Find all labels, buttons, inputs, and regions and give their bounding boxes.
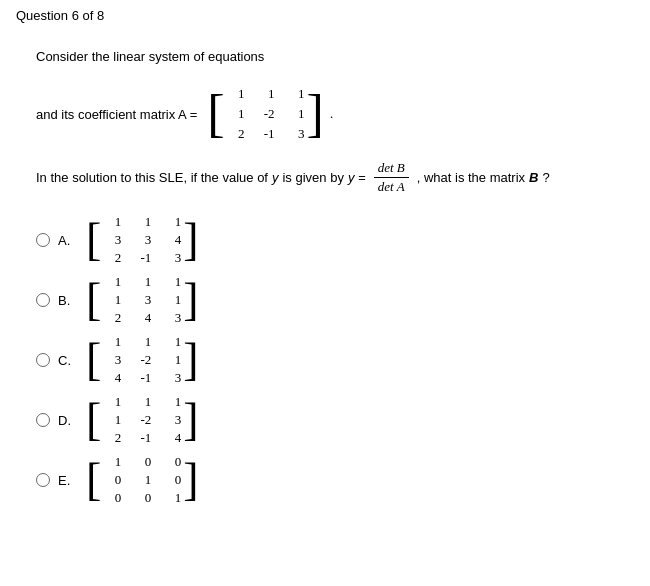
matrix-cell: 0	[103, 489, 121, 507]
intro-text: Consider the linear system of equations	[36, 49, 264, 64]
matrix-cell: -1	[133, 249, 151, 267]
var-y2: y =	[348, 170, 366, 185]
matrix-cell: 1	[163, 291, 181, 309]
matrix-cell: 1	[163, 213, 181, 231]
matrix-cell: 4	[163, 231, 181, 249]
matrix-cell: 1	[133, 213, 151, 231]
matrix-cell: 2	[103, 309, 121, 327]
option-matrix-a: [1113342-13]	[86, 213, 199, 267]
bracket-right: ]	[183, 457, 198, 503]
matrix-cell: 1	[227, 84, 245, 104]
matrix-cell: 1	[103, 411, 121, 429]
option-matrix-c: [1113-214-13]	[86, 333, 199, 387]
option-label-c: C.	[58, 353, 74, 368]
matrix-cell: 1	[103, 291, 121, 309]
matrix-cell: 1	[133, 333, 151, 351]
matrix-cell: 3	[133, 231, 151, 249]
option-row-c[interactable]: C.[1113-214-13]	[36, 333, 614, 387]
bracket-right: ]	[183, 217, 198, 263]
option-row-e[interactable]: E.[100010001]	[36, 453, 614, 507]
matrix-cell: 1	[287, 104, 305, 124]
matrix-label: and its coefficient matrix A =	[36, 107, 197, 122]
bracket-right: ]	[183, 337, 198, 383]
bracket-left: [	[86, 457, 101, 503]
matrix-cell: 2	[103, 429, 121, 447]
matrix-cell: 3	[163, 249, 181, 267]
radio-a[interactable]	[36, 233, 50, 247]
matrix-cell: 1	[257, 84, 275, 104]
bracket-left: [	[86, 217, 101, 263]
matrix-cell: 0	[133, 489, 151, 507]
header-text: Question 6 of 8	[16, 8, 104, 23]
option-row-b[interactable]: B.[111131243]	[36, 273, 614, 327]
matrix-cell: 1	[103, 273, 121, 291]
bracket-left: [	[207, 88, 224, 140]
bracket-left: [	[86, 277, 101, 323]
matrix-cell: 1	[103, 333, 121, 351]
matrix-cell: 1	[133, 273, 151, 291]
matrix-cell: 0	[163, 471, 181, 489]
matrix-cell: 3	[163, 309, 181, 327]
matrix-cell: 1	[163, 489, 181, 507]
matrix-cell: 2	[103, 249, 121, 267]
matrix-cell: 3	[103, 231, 121, 249]
bracket-left: [	[86, 397, 101, 443]
option-matrix-grid: 1111-232-14	[103, 393, 181, 447]
bracket-right: ]	[307, 88, 324, 140]
formula-intro: In the solution to this SLE, if the valu…	[36, 170, 268, 185]
radio-b[interactable]	[36, 293, 50, 307]
option-matrix-b: [111131243]	[86, 273, 199, 327]
option-matrix-grid: 111131243	[103, 273, 181, 327]
options-section: A.[1113342-13]B.[111131243]C.[1113-214-1…	[36, 213, 614, 507]
consider-text: Consider the linear system of equations	[36, 49, 614, 64]
matrix-cell: 1	[103, 453, 121, 471]
matrix-A-wrap: [ 1111-212-13 ]	[207, 84, 324, 144]
radio-e[interactable]	[36, 473, 50, 487]
option-matrix-grid: 100010001	[103, 453, 181, 507]
option-matrix-e: [100010001]	[86, 453, 199, 507]
fraction-numerator: det B	[374, 160, 409, 178]
option-matrix-d: [1111-232-14]	[86, 393, 199, 447]
matrix-cell: -2	[133, 351, 151, 369]
option-row-d[interactable]: D.[1111-232-14]	[36, 393, 614, 447]
radio-d[interactable]	[36, 413, 50, 427]
matrix-cell: 4	[103, 369, 121, 387]
period: .	[330, 106, 333, 122]
matrix-cell: -2	[257, 104, 275, 124]
matrix-cell: 0	[103, 471, 121, 489]
fraction-denominator: det A	[374, 178, 409, 195]
matrix-cell: -1	[133, 429, 151, 447]
radio-c[interactable]	[36, 353, 50, 367]
option-row-a[interactable]: A.[1113342-13]	[36, 213, 614, 267]
matrix-cell: 1	[287, 84, 305, 104]
option-label-d: D.	[58, 413, 74, 428]
coefficient-matrix-section: and its coefficient matrix A = [ 1111-21…	[36, 84, 614, 144]
matrix-cell: 1	[103, 393, 121, 411]
option-label-e: E.	[58, 473, 74, 488]
matrix-cell: 3	[287, 124, 305, 144]
question-header: Question 6 of 8	[16, 8, 634, 23]
matrix-cell: 2	[227, 124, 245, 144]
bracket-right: ]	[183, 397, 198, 443]
var-B: B	[529, 170, 538, 185]
option-label-a: A.	[58, 233, 74, 248]
matrix-cell: 4	[133, 309, 151, 327]
matrix-cell: 3	[163, 411, 181, 429]
formula-line: In the solution to this SLE, if the valu…	[36, 160, 614, 195]
matrix-cell: 1	[163, 351, 181, 369]
option-matrix-grid: 1113342-13	[103, 213, 181, 267]
option-matrix-grid: 1113-214-13	[103, 333, 181, 387]
matrix-cell: -1	[257, 124, 275, 144]
matrix-cell: 3	[103, 351, 121, 369]
matrix-cell: 1	[103, 213, 121, 231]
matrix-cell: 1	[133, 471, 151, 489]
bracket-left: [	[86, 337, 101, 383]
matrix-cell: 1	[163, 393, 181, 411]
matrix-cell: 1	[227, 104, 245, 124]
matrix-A-grid: 1111-212-13	[227, 84, 305, 144]
matrix-cell: 1	[133, 393, 151, 411]
formula-suffix: , what is the matrix	[417, 170, 525, 185]
matrix-cell: -1	[133, 369, 151, 387]
matrix-cell: -2	[133, 411, 151, 429]
option-label-b: B.	[58, 293, 74, 308]
